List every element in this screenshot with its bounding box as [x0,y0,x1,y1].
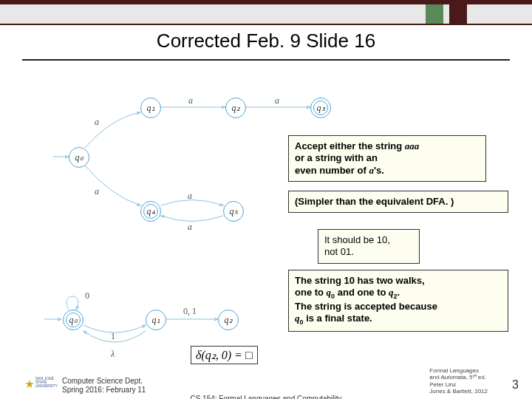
text: not 01. [324,246,354,257]
page-number: 3 [512,378,519,392]
state-q2-top: q₂ [225,98,246,118]
text: even number of [295,165,369,176]
ref2: and Automata, 5ᵗʰ ed. [429,374,486,381]
text: and one to [335,287,389,298]
accent-green [426,4,443,24]
text: Accept either the string [295,140,405,151]
state-q1-bot: q₁ [146,310,166,330]
label-a: a [188,191,192,202]
box-walks: The string 10 has two walks, one to q0 a… [288,270,508,332]
text: . [398,287,400,298]
label-01: 0, 1 [183,306,197,317]
ref1: Formal Languages [429,367,479,374]
text: (Simpler than the equivalent DFA. ) [295,196,454,207]
state-q0-bot: q₀ [63,310,83,330]
equation-box: δ(q₂, 0) = □ [191,346,258,364]
label-a: a [95,186,99,197]
box-simpler: (Simpler than the equivalent DFA. ) [288,191,508,213]
state-q5-top: q₅ [223,201,244,222]
equation-text: δ(q₂, 0) = □ [196,349,253,361]
state-q0-top: q₀ [69,147,89,168]
text: is a final state. [304,313,372,324]
box-correction: It should be 10, not 01. [318,229,420,264]
sun-icon [25,380,34,389]
footer-center: CS 154: Formal Languages and Computabili… [0,395,532,399]
state-q4-top: q₄ [140,201,161,222]
slide-title: Corrected Feb. 9 Slide 16 [0,30,532,52]
dept-line1: Computer Science Dept. [62,377,143,385]
sjsu-logo: SAN JOSÉ STATE UNIVERSITY [25,377,56,395]
box-accept: Accept either the string aaa or a string… [288,135,486,182]
text: It should be 10, [324,234,390,245]
label-a: a [188,222,192,233]
title-underline [22,59,510,61]
text-ital: aaa [405,140,420,151]
label-1: 1 [111,331,115,342]
logo-text: SAN JOSÉ STATE UNIVERSITY [35,377,58,388]
ref3: Peter Linz [429,381,456,388]
text: has two walks, [355,275,425,286]
label-a: a [275,95,279,106]
text: The string [295,275,344,286]
dept-line2: Spring 2016: February 11 [62,386,146,394]
footer-left: Computer Science Dept. Spring 2016: Febr… [62,377,146,395]
state-q3-top: q₃ [310,98,331,118]
ref4: Jones & Bartlett, 2012 [429,388,488,395]
state-q2-bot: q₂ [218,310,239,330]
label-a: a [188,95,193,106]
text: 10 [344,275,354,286]
label-a: a [95,117,99,128]
label-0: 0 [85,290,89,301]
state-q1-top: q₁ [140,98,161,118]
text: The string is accepted because [295,301,437,312]
text: or a string with an [295,152,378,163]
footer-reference: Formal Languages and Automata, 5ᵗʰ ed. P… [429,367,488,395]
course-line: CS 154: Formal Languages and Computabili… [190,395,341,399]
accent-maroon [449,4,467,24]
text: 's. [374,165,384,176]
label-lambda: λ [111,349,115,360]
slide-top-border [0,0,532,25]
text: one to [295,287,327,298]
